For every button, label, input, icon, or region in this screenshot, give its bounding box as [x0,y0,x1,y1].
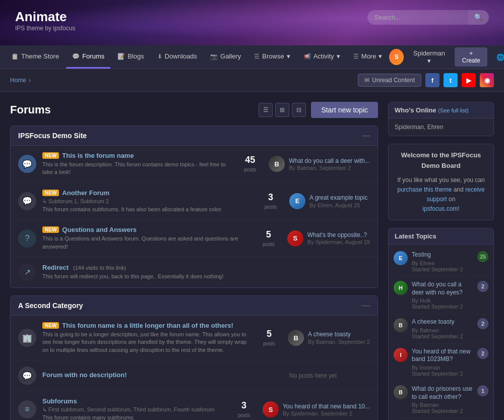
forum-row-1-2: ≡ Subforums ↳ First subforum, Second sub… [11,391,377,420]
forum-info-1-2: Subforums ↳ First subforum, Second subfo… [42,397,225,420]
topic-name-4[interactable]: What do prisoners use to call each other… [412,385,473,401]
forum-name-link-1-2[interactable]: Subforums [42,397,77,405]
forum-name-link-1-0[interactable]: This forum name is a little longer than … [62,322,233,329]
breadcrumb-bar: Home › ✉ Unread Content f t ▶ ◉ [0,69,504,92]
topic-name-0[interactable]: Testing [412,251,473,259]
see-full-list-link[interactable]: (See full list) [438,107,469,113]
latest-topics-widget: Latest Topics E Testing By Ehren Started… [388,228,494,420]
latest-topics-body: E Testing By Ehren Started September 2 2… [389,245,493,420]
last-info-1-2: You heard of that new band 10... By Spid… [283,403,370,417]
nav-item-downloads[interactable]: ⬇ Downloads [151,45,203,69]
forum-icon-wrap-1-2: ≡ [18,400,36,418]
forums-title: Forums [10,103,51,116]
breadcrumb: Home › [10,77,31,84]
forum-row-0-0: 💬 NEWThis is the forum name This is the … [11,146,377,183]
forum-name-link-0-3[interactable]: Redirect [42,264,69,271]
forum-name-wrap-1-0: NEWThis forum name is a little longer th… [42,322,250,329]
last-topic-title-0-0[interactable]: What do you call a deer with... [289,157,370,165]
nav-item-browse[interactable]: ☰ Browse ▾ [248,45,296,69]
create-button[interactable]: + Create [455,47,487,67]
forum-name-link-1-1[interactable]: Forum with no description! [42,371,127,379]
forum-name-link-0-1[interactable]: Another Forum [62,189,109,197]
topic-count-1: 2 [477,281,488,292]
forum-info-1-0: NEWThis forum name is a little longer th… [42,322,250,354]
last-info-0-1: A great example topic By Ehren, August 2… [309,194,367,208]
forum-stats-0-2: 5 posts [256,229,281,248]
instagram-button[interactable]: ◉ [480,73,494,87]
forum-desc-1-2: This forum contains many subforums. [42,414,225,420]
topic-count-0: 25 [477,251,488,262]
welcome-title: Welcome to the IPSFocus Demo Board [395,150,487,171]
forum-icon-0-2: ? [25,234,30,243]
latest-topic-item-0: E Testing By Ehren Started September 2 2… [394,247,488,277]
forum-name-link-0-0[interactable]: This is the forum name [62,152,134,159]
twitter-button[interactable]: t [444,73,458,87]
topic-name-2[interactable]: A cheese toasty [412,318,473,326]
latest-topic-item-3: I You heard of that new band 1023MB? By … [394,344,488,381]
sidebar: Who's Online (See full list) Spiderman, … [388,102,494,420]
forum-name-wrap-1-2: Subforums [42,397,225,405]
topic-by-3: By Ironman [412,365,473,371]
grid-view-button[interactable]: ⊞ [275,103,289,117]
topic-started-2: Started September 2 [412,333,473,339]
forum-name-link-0-2[interactable]: Questions and Answers [62,226,137,233]
nav-item-blogs[interactable]: 📝 Blogs [111,45,150,69]
ipsfocus-link[interactable]: ipsfocus.com! [422,205,459,212]
category-toggle-0[interactable]: — [362,131,370,140]
facebook-button[interactable]: f [425,73,439,87]
forum-info-1-1: Forum with no description! [42,371,252,380]
welcome-text: If you like what you see, you can purcha… [395,175,487,214]
forum-icon-0-0: 💬 [22,159,32,169]
forum-icon-wrap-0-1: 💬 [18,192,36,210]
last-topic-title-0-2[interactable]: What's the opposite..? [307,231,370,239]
nav-bar: 📋 Theme Store 💬 Forums 📝 Blogs ⬇ Downloa… [0,45,504,69]
search-input[interactable] [367,10,468,25]
forum-name-wrap-0-3: Redirect (144 visits to this link) [42,264,252,271]
search-button[interactable]: 🔍 [468,10,489,25]
forum-name-wrap-1-1: Forum with no description! [42,371,252,379]
compact-view-button[interactable]: ⊟ [292,103,306,117]
redirect-label-0-3: (144 visits to this link) [72,265,126,271]
online-users-list: Spiderman, Ehren [395,124,487,131]
user-menu-button[interactable]: Spiderman ▾ [408,46,451,68]
latest-topic-item-1: H What do you call a deer with no eyes? … [394,277,488,314]
list-view-button[interactable]: ☰ [259,103,273,117]
last-topic-title-0-1[interactable]: A great example topic [309,194,367,202]
nav-item-gallery[interactable]: 📷 Gallery [204,45,247,69]
view-controls: ☰ ⊞ ⊟ [259,103,306,117]
latest-topics-header: Latest Topics [389,228,493,245]
breadcrumb-home[interactable]: Home [10,77,26,84]
category-0: IPSFocus Demo Site — 💬 NEWThis is the fo… [10,126,378,288]
forum-info-0-1: NEWAnother Forum ↳ Subforum 1, Subforum … [42,189,252,213]
forum-icon-wrap-0-0: 💬 [18,155,36,173]
category-1: A Second Category — 🏢 NEWThis forum name… [10,295,378,420]
nav-item-forums[interactable]: 💬 Forums [66,45,110,69]
topic-count-2: 2 [477,318,488,329]
purchase-theme-link[interactable]: purchase this theme [397,186,452,193]
nav-item-activity[interactable]: 📢 Activity ▾ [297,45,346,69]
forum-post-count-0-0: 45 [237,155,263,165]
start-new-topic-button[interactable]: Start new topic [311,102,378,118]
whos-online-widget: Who's Online (See full list) Spiderman, … [388,102,494,136]
forum-subforums-0-1: ↳ Subforum 1, Subforum 2 [42,198,252,205]
nav-item-more[interactable]: ☰ More ▾ [347,45,389,69]
search-bar: 🔍 [367,10,489,25]
user-avatar: S [389,49,403,65]
topic-name-3[interactable]: You heard of that new band 1023MB? [412,348,473,364]
downloads-icon: ⬇ [157,53,162,60]
topic-info-3: You heard of that new band 1023MB? By Ir… [412,348,473,377]
nav-item-theme-store[interactable]: 📋 Theme Store [5,45,65,69]
forum-icon-1-0: 🏢 [22,333,32,343]
last-topic-title-1-0[interactable]: A cheese toasty [308,331,370,339]
last-topic-title-1-2[interactable]: You heard of that new band 10... [283,403,370,411]
topic-by-0: By Ehren [412,260,473,266]
forum-desc-1-0: This is going to be a longer description… [42,331,250,354]
last-avatar-0-1: E [289,193,305,209]
last-topic-meta-1-0: By Batman, September 2 [308,339,370,345]
globe-button[interactable]: 🌐 [491,50,504,64]
topic-name-1[interactable]: What do you call a deer with no eyes? [412,281,473,296]
forum-last-1-0: B A cheese toasty By Batman, September 2 [288,330,370,346]
youtube-button[interactable]: ▶ [462,73,476,87]
category-toggle-1[interactable]: — [362,301,370,310]
unread-content-button[interactable]: ✉ Unread Content [358,74,421,87]
